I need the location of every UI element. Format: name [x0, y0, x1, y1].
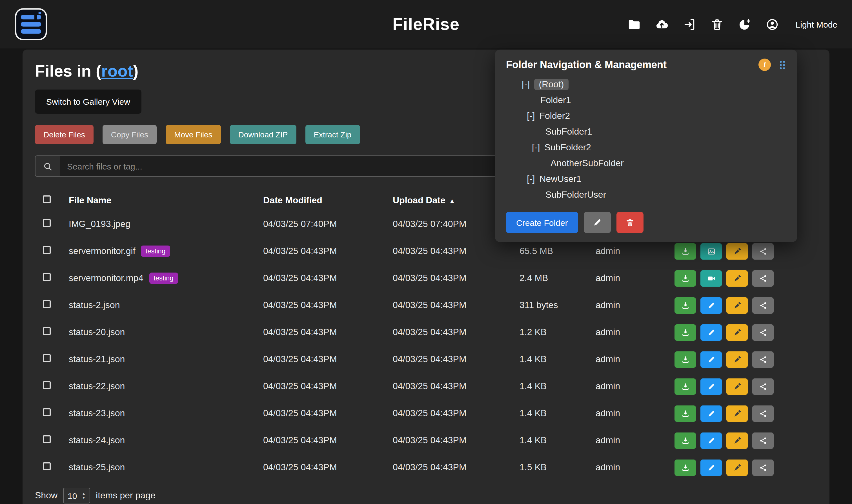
row-actions — [668, 297, 817, 313]
share-button[interactable] — [752, 243, 774, 259]
download-button[interactable] — [675, 432, 696, 449]
edit-button[interactable] — [700, 459, 722, 475]
share-button[interactable] — [752, 405, 774, 421]
select-all-checkbox[interactable] — [43, 195, 51, 203]
edit-button[interactable] — [700, 432, 722, 449]
share-button[interactable] — [752, 351, 774, 367]
tree-item-subfolder2[interactable]: [-]SubFolder2 — [506, 140, 786, 156]
rename-button[interactable] — [726, 351, 748, 367]
row-checkbox[interactable] — [43, 273, 51, 281]
uploader-cell: admin — [589, 408, 668, 418]
rename-button[interactable] — [726, 459, 748, 475]
edit-button[interactable] — [700, 405, 722, 421]
share-button[interactable] — [752, 324, 774, 340]
download-zip-button[interactable]: Download ZIP — [230, 125, 296, 144]
share-button[interactable] — [752, 432, 774, 449]
header-date-modified[interactable]: Date Modified — [256, 195, 386, 205]
header-file-name[interactable]: File Name — [62, 195, 256, 205]
download-button[interactable] — [675, 324, 696, 340]
download-button[interactable] — [675, 243, 696, 259]
row-checkbox[interactable] — [43, 327, 51, 335]
delete-files-button[interactable]: Delete Files — [35, 125, 93, 144]
tree-collapse-toggle[interactable]: [-] — [527, 111, 535, 121]
move-files-button[interactable]: Move Files — [166, 125, 221, 144]
rename-button[interactable] — [726, 270, 748, 286]
tree-item-subfolderuser[interactable]: SubFolderUser — [506, 187, 786, 203]
tree-folder-label[interactable]: Folder2 — [539, 111, 570, 121]
edit-button[interactable] — [700, 351, 722, 367]
upload-date-cell: 04/03/25 04:43PM — [386, 381, 513, 391]
share-button[interactable] — [752, 270, 774, 286]
download-button[interactable] — [675, 378, 696, 394]
tree-item-subfolder1[interactable]: SubFolder1 — [506, 124, 786, 140]
row-checkbox[interactable] — [43, 462, 51, 470]
info-icon[interactable]: i — [759, 58, 771, 71]
row-checkbox[interactable] — [43, 246, 51, 254]
row-checkbox-cell — [35, 273, 62, 283]
file-name-cell: status-2.json — [62, 300, 256, 310]
upload-icon[interactable] — [655, 18, 668, 31]
folder-icon[interactable] — [628, 18, 641, 31]
header-upload-date[interactable]: Upload Date▲ — [386, 195, 513, 205]
rename-folder-button[interactable] — [584, 212, 611, 233]
extract-zip-button[interactable]: Extract Zip — [305, 125, 360, 144]
light-mode-toggle[interactable]: Light Mode — [796, 19, 837, 29]
rename-button[interactable] — [726, 243, 748, 259]
edit-button[interactable] — [700, 324, 722, 340]
drag-handle-icon[interactable] — [779, 60, 786, 70]
tree-item-anothersubfolder[interactable]: AnotherSubFolder — [506, 156, 786, 171]
row-checkbox[interactable] — [43, 219, 51, 227]
search-input[interactable] — [60, 156, 520, 177]
trash-icon[interactable] — [711, 18, 724, 31]
pie-plus-icon[interactable] — [738, 18, 751, 31]
rename-button[interactable] — [726, 324, 748, 340]
row-checkbox[interactable] — [43, 435, 51, 443]
tree-folder-label[interactable]: Folder1 — [540, 95, 571, 105]
tree-item-folder2[interactable]: [-]Folder2 — [506, 108, 786, 124]
edit-button[interactable] — [700, 297, 722, 313]
tree-folder-label[interactable]: SubFolder2 — [544, 142, 591, 152]
share-button[interactable] — [752, 459, 774, 475]
tree-folder-label[interactable]: SubFolderUser — [545, 190, 606, 200]
rename-button[interactable] — [726, 297, 748, 313]
gallery-view-button[interactable]: Switch to Gallery View — [35, 90, 141, 114]
tree-folder-label[interactable]: SubFolder1 — [545, 127, 592, 137]
rename-button[interactable] — [726, 405, 748, 421]
download-button[interactable] — [675, 270, 696, 286]
download-button[interactable] — [675, 405, 696, 421]
tree-collapse-toggle[interactable]: [-] — [522, 79, 530, 90]
root-folder-link[interactable]: root — [101, 62, 133, 80]
share-button[interactable] — [752, 378, 774, 394]
tree-item-newuser1[interactable]: [-]NewUser1 — [506, 171, 786, 187]
edit-button[interactable] — [700, 378, 722, 394]
download-button[interactable] — [675, 297, 696, 313]
rename-button[interactable] — [726, 378, 748, 394]
tree-collapse-toggle[interactable]: [-] — [532, 142, 540, 152]
create-folder-button[interactable]: Create Folder — [506, 212, 578, 233]
page-size-select[interactable]: 10 ▲▼ — [63, 488, 90, 503]
row-checkbox[interactable] — [43, 408, 51, 416]
tree-folder-label[interactable]: NewUser1 — [539, 174, 581, 184]
download-button[interactable] — [675, 459, 696, 475]
tree-item-folder1[interactable]: Folder1 — [506, 92, 786, 108]
copy-files-button[interactable]: Copy Files — [103, 125, 157, 144]
user-circle-icon[interactable] — [766, 18, 779, 31]
upload-date-cell: 04/03/25 04:43PM — [386, 300, 513, 310]
sign-out-icon[interactable] — [683, 18, 696, 31]
tree-collapse-toggle[interactable]: [-] — [527, 174, 535, 184]
preview-button[interactable] — [700, 270, 722, 286]
rename-button[interactable] — [726, 432, 748, 449]
upload-date-cell: 04/03/25 04:43PM — [386, 408, 513, 418]
row-checkbox[interactable] — [43, 300, 51, 308]
tree-folder-label[interactable]: (Root) — [534, 79, 568, 90]
table-row: servermonitor.mp4testing04/03/25 04:43PM… — [35, 265, 817, 292]
delete-folder-button[interactable] — [616, 212, 643, 233]
row-checkbox[interactable] — [43, 354, 51, 362]
download-button[interactable] — [675, 351, 696, 367]
preview-button[interactable] — [700, 243, 722, 259]
tree-item-root[interactable]: [-](Root) — [506, 77, 786, 92]
row-actions — [668, 459, 817, 475]
share-button[interactable] — [752, 297, 774, 313]
tree-folder-label[interactable]: AnotherSubFolder — [551, 158, 624, 168]
row-checkbox[interactable] — [43, 381, 51, 389]
